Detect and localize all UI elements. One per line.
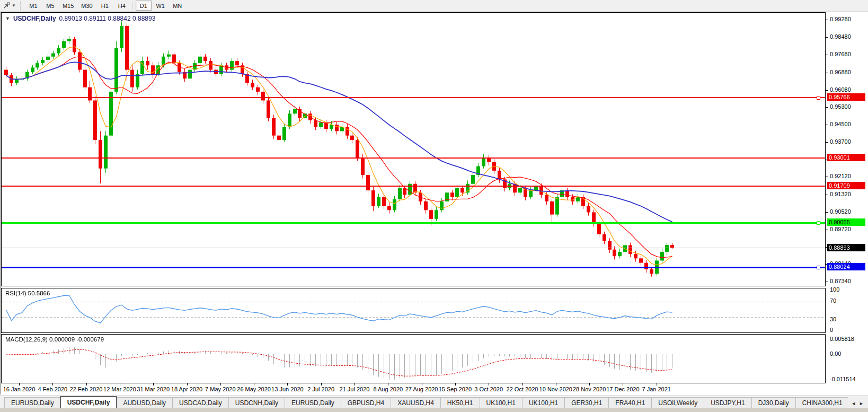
price-chart-panel: ▼ USDCHF,Daily 0.89013 0.89111 0.88842 0… — [1, 12, 826, 286]
y-axis-label: 0.98480 — [830, 33, 851, 40]
date-tick — [321, 383, 322, 385]
timeframe-button-d1[interactable]: D1 — [136, 1, 152, 11]
chart-tab-ger30-h1[interactable]: GER30,H1 — [564, 397, 609, 408]
horizontal-level-line[interactable] — [2, 186, 825, 187]
horizontal-level-line[interactable] — [2, 157, 825, 159]
current-price-line — [2, 248, 825, 248]
date-label: 27 Aug 2020 — [405, 386, 438, 392]
chart-tab-china300-h1[interactable]: CHINA300,H1 — [795, 397, 848, 408]
chart-tab-usdcnh-daily[interactable]: USDCNH,Daily — [228, 397, 285, 408]
date-tick — [355, 383, 355, 385]
timeframe-button-m5[interactable]: M5 — [42, 1, 58, 11]
date-axis: 16 Jan 20204 Feb 202022 Feb 202012 Mar 2… — [1, 383, 826, 395]
rsi-label: RSI(14) 50.5866 — [5, 290, 50, 296]
chart-tab-usdcad-daily[interactable]: USDCAD,Daily — [172, 397, 229, 408]
chart-tab-usdchf-daily[interactable]: USDCHF,Daily — [60, 396, 117, 408]
chevron-down-icon: ▼ — [5, 16, 10, 21]
macd-axis-label: -0.011514 — [830, 376, 856, 382]
horizontal-level-line[interactable] — [2, 267, 825, 268]
toolbar-grip-handle[interactable] — [20, 2, 22, 10]
date-label: 16 Jan 2020 — [3, 386, 36, 392]
chevron-down-icon: ▼ — [12, 3, 16, 8]
horizontal-level-line[interactable] — [2, 97, 825, 98]
chart-tab-eurusd-daily[interactable]: EURUSD,Daily — [4, 397, 61, 408]
date-tick — [254, 383, 254, 385]
chart-tab-fra40-h1[interactable]: FRA40,H1 — [608, 397, 652, 408]
y-axis-tick — [826, 73, 828, 73]
chart-tab-xauusd-h4[interactable]: XAUUSD,H4 — [391, 397, 441, 408]
chart-ohlc-readout: 0.89013 0.89111 0.88842 0.88893 — [59, 15, 156, 22]
tab-scroll-right-button[interactable]: ► — [859, 401, 864, 406]
y-axis-label: 0.96880 — [830, 69, 851, 75]
timeframe-button-h4[interactable]: H4 — [114, 1, 130, 11]
chart-tab-usoil-weekly[interactable]: USOil,Weekly — [651, 397, 704, 408]
crosshair-cursor-icon — [3, 2, 10, 9]
right-axis-column: 0.992800.984800.976800.968800.960800.953… — [826, 12, 868, 383]
date-label: 22 Oct 2020 — [507, 386, 538, 392]
timeframe-button-m1[interactable]: M1 — [25, 1, 41, 11]
macd-canvas[interactable] — [2, 335, 825, 383]
date-label: 22 Feb 2020 — [70, 386, 103, 392]
date-label: 18 Apr 2020 — [171, 386, 202, 392]
y-axis-label: 0.97680 — [830, 51, 851, 57]
date-label: 21 Jul 2020 — [340, 386, 370, 392]
macd-label: MACD(12,26,9) 0.000009 -0.000679 — [5, 336, 104, 343]
cursor-tool-button[interactable]: ▼ — [0, 1, 19, 11]
timeframe-buttons: M1M5M15M30H1H4D1W1MN — [25, 1, 186, 11]
timeframe-button-h1[interactable]: H1 — [97, 1, 113, 11]
date-tick — [153, 383, 154, 385]
rsi-axis-label: 100 — [830, 286, 839, 293]
price-level-badge: 0.95766 — [827, 93, 865, 101]
date-tick — [422, 383, 422, 385]
timeframe-button-m15[interactable]: M15 — [59, 1, 77, 11]
timeframe-toolbar: ▼ M1M5M15M30H1H4D1W1MN — [0, 0, 868, 12]
chart-tab-dj30-daily[interactable]: DJ30,Daily — [751, 397, 796, 408]
y-axis-label: 0.92120 — [830, 173, 851, 179]
chart-tab-audusd-daily[interactable]: AUDUSD,Daily — [116, 397, 173, 408]
current-price-badge: 0.88893 — [827, 244, 865, 251]
y-axis-label: 0.91320 — [830, 191, 851, 197]
chart-tab-uk100-h1[interactable]: UK100,H1 — [522, 397, 565, 408]
trading-app-window: ▼ M1M5M15M30H1H4D1W1MN ▼ USDCHF,Daily 0.… — [0, 0, 868, 412]
chart-tab-usdjpy-h1[interactable]: USDJPY,H1 — [704, 397, 751, 408]
chart-tab-eurusd-daily[interactable]: EURUSD,Daily — [285, 397, 341, 408]
horizontal-level-line[interactable] — [2, 222, 825, 224]
y-axis-tick — [826, 282, 828, 282]
timeframe-button-m30[interactable]: M30 — [78, 1, 95, 11]
chart-symbol-label: USDCHF,Daily — [13, 15, 56, 22]
tab-scroll-left-button[interactable]: ◄ — [851, 401, 856, 406]
date-label: 7 Jan 2021 — [642, 386, 670, 392]
date-label: 28 Nov 2020 — [573, 386, 606, 392]
date-tick — [86, 383, 87, 385]
y-axis-label: 0.94500 — [830, 121, 851, 127]
chart-tab-hk50-h1[interactable]: HK50,H1 — [440, 397, 480, 408]
date-tick — [388, 383, 388, 385]
date-label: 12 Mar 2020 — [103, 386, 136, 392]
y-axis-tick — [826, 107, 828, 108]
price-chart-canvas[interactable] — [2, 13, 825, 286]
timeframe-button-w1[interactable]: W1 — [153, 1, 169, 11]
y-axis-label: 0.90520 — [830, 208, 851, 215]
timeframe-button-mn[interactable]: MN — [170, 1, 185, 11]
chart-tab-gbpusd-h4[interactable]: GBPUSD,H4 — [341, 397, 391, 408]
rsi-canvas[interactable] — [2, 288, 825, 332]
chart-title: ▼ USDCHF,Daily 0.89013 0.89111 0.88842 0… — [5, 15, 155, 22]
y-axis-tick — [826, 142, 828, 143]
y-axis-tick — [826, 37, 828, 38]
date-tick — [19, 383, 20, 385]
y-axis-label: 0.89720 — [830, 226, 851, 232]
macd-axis-label: 0.005818 — [830, 336, 854, 342]
y-axis-label: 0.87340 — [830, 278, 851, 284]
y-axis-tick — [826, 20, 828, 20]
line-drag-handle[interactable] — [817, 221, 820, 225]
y-axis-tick — [826, 212, 828, 213]
line-drag-handle[interactable] — [817, 96, 820, 100]
y-axis-tick — [826, 90, 828, 91]
date-label: 4 Feb 2020 — [38, 386, 67, 392]
line-drag-handle[interactable] — [817, 266, 820, 269]
chart-tab-uk100-h1[interactable]: UK100,H1 — [480, 397, 522, 408]
date-tick — [623, 383, 623, 385]
rsi-axis-label: 30 — [830, 316, 836, 322]
y-axis-tick — [826, 230, 828, 230]
y-axis-tick — [826, 195, 828, 195]
